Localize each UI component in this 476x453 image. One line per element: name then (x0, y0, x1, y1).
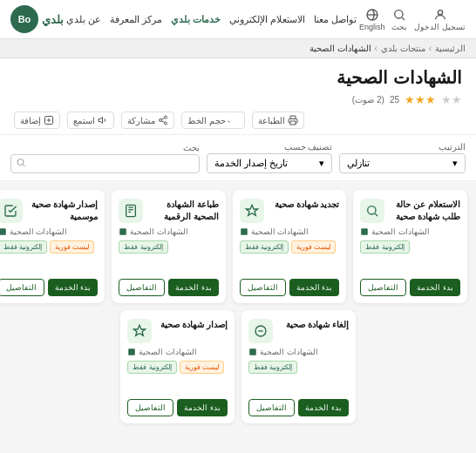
nav-logo[interactable]: بلدي Bo (10, 5, 64, 33)
nav-link-khadamat[interactable]: خدمات بلدي (171, 14, 221, 25)
nav-link-tawasol[interactable]: تواصل معنا (314, 14, 357, 25)
sort-group: الترتيب ▾ تنازلي (339, 142, 466, 173)
card-top-3: طباعة الشهادة الصحية الرقمية (119, 199, 219, 223)
service-card-5: إلغاء شهادة صحية الشهادات الصحية إلكترون… (241, 310, 356, 423)
svg-rect-26 (120, 228, 127, 235)
classify-label: تصنيف حسب (207, 142, 333, 152)
details-btn-6[interactable]: التفاصيل (127, 399, 173, 416)
svg-line-13 (161, 118, 164, 119)
rating-row: (2 صوت) 25 ★★★ ★★ (14, 93, 462, 106)
card-icon-3 (119, 199, 143, 223)
start-service-btn-3[interactable]: بدء الخدمة (168, 279, 219, 296)
start-service-btn-4[interactable]: بدء الخدمة (48, 279, 99, 296)
card-title-3: طباعة الشهادة الصحية الرقمية (146, 199, 219, 223)
card-top-1: الاستعلام عن حالة طلب شهادة صحية (360, 199, 460, 223)
page-header: الشهادات الصحية (2 صوت) 25 ★★★ ★★ إضافة … (0, 58, 476, 135)
badge-electronic-6: إلكترونية فقط (127, 361, 176, 374)
search-icon (16, 157, 26, 170)
classify-select[interactable]: ▾ تاريخ إصدار الخدمة (207, 153, 333, 173)
service-card-6: إصدار شهادة صحية الشهادات الصحية ليست فو… (120, 310, 235, 423)
badge-row-3: إلكترونية فقط (119, 240, 219, 254)
chevron-down-icon: ▾ (319, 158, 324, 169)
svg-line-19 (376, 213, 378, 216)
language-action[interactable]: English (359, 8, 385, 31)
nav-link-an[interactable]: عن بلدي (66, 14, 101, 25)
badge-electronic-4: إلكترونية فقط (0, 240, 47, 254)
listen-btn[interactable]: استمع (67, 112, 114, 129)
service-card-2: تجديد شهادة صحية الشهادات الصحية ليست فو… (233, 190, 347, 303)
bottom-cards-row: إلغاء شهادة صحية الشهادات الصحية إلكترون… (9, 310, 467, 423)
nav-links: تواصل معنا الاستعلام الإلكتروني خدمات بل… (64, 14, 359, 25)
font-size-btn[interactable]: A حجم الخط (181, 112, 245, 129)
badge-electronic-2: إلكترونية فقط (240, 240, 289, 254)
nav-link-maaref[interactable]: مركز المعرفة (110, 14, 162, 25)
page-title: الشهادات الصحية (14, 67, 462, 88)
badge-electronic-1: إلكترونية فقط (360, 240, 409, 254)
details-btn-1[interactable]: التفاصيل (360, 279, 406, 296)
badge-not-instant-4: ليست فورية (50, 240, 94, 254)
start-service-btn-6[interactable]: بدء الخدمة (177, 399, 228, 416)
svg-rect-22 (126, 205, 136, 216)
breadcrumb-sep1: › (429, 44, 432, 53)
card-icon-5 (248, 319, 273, 343)
svg-point-18 (368, 206, 376, 214)
start-service-btn-1[interactable]: بدء الخدمة (410, 279, 460, 296)
card-title-5: إلغاء شهادة صحية (276, 319, 349, 331)
card-title-6: إصدار شهادة صحية (155, 319, 228, 331)
svg-rect-15 (290, 121, 296, 125)
card-category-2: الشهادات الصحية (240, 227, 340, 236)
svg-line-12 (161, 121, 164, 123)
card-actions-1: بدء الخدمة التفاصيل (360, 279, 460, 296)
breadcrumb-home[interactable]: الرئيسية (435, 44, 466, 53)
details-btn-4[interactable]: التفاصيل (0, 279, 44, 296)
svg-line-2 (403, 17, 405, 20)
card-category-3: الشهادات الصحية (119, 227, 219, 236)
start-service-btn-5[interactable]: بدء الخدمة (298, 399, 349, 416)
classify-group: تصنيف حسب ▾ تاريخ إصدار الخدمة (207, 142, 333, 173)
cards-grid: الاستعلام عن حالة طلب شهادة صحية الشهادا… (9, 190, 467, 303)
badge-row-5: إلكترونية فقط (248, 361, 349, 374)
nav-actions: تسجيل الدخول بحث English (359, 8, 466, 31)
breadcrumb-current: الشهادات الصحية (309, 44, 371, 53)
card-icon-4 (0, 199, 23, 223)
card-actions-3: بدء الخدمة التفاصيل (119, 279, 219, 296)
card-actions-6: بدء الخدمة التفاصيل (127, 399, 228, 416)
nav-link-estelam[interactable]: الاستعلام الإلكتروني (229, 14, 305, 25)
details-btn-3[interactable]: التفاصيل (119, 279, 165, 296)
rating-actions: إضافة استمع مشاركة A حجم الخط الطباعة (14, 112, 462, 129)
badge-row-2: ليست فورية إلكترونية فقط (240, 240, 340, 254)
details-btn-5[interactable]: التفاصيل (248, 399, 295, 416)
start-service-btn-2[interactable]: بدء الخدمة (289, 279, 340, 296)
bottom-right: إصدار شهادة صحية الشهادات الصحية ليست فو… (9, 310, 235, 423)
svg-marker-8 (99, 118, 103, 124)
card-actions-5: بدء الخدمة التفاصيل (248, 399, 349, 416)
card-actions-2: بدء الخدمة التفاصيل (240, 279, 340, 296)
badge-row-6: ليست فورية إلكترونية فقط (127, 361, 228, 374)
breadcrumb-products[interactable]: منتجات بلدي (381, 44, 425, 53)
badge-not-instant-6: ليست فورية (180, 361, 224, 374)
svg-point-16 (17, 159, 24, 165)
print-btn[interactable]: الطباعة (252, 112, 304, 129)
share-btn[interactable]: مشاركة (121, 112, 174, 129)
top-navigation: تسجيل الدخول بحث English تواصل معنا الاس… (0, 0, 476, 39)
sort-select[interactable]: ▾ تنازلي (339, 153, 466, 173)
svg-point-0 (438, 10, 442, 14)
logo-circle: Bo (10, 5, 38, 33)
svg-rect-31 (129, 348, 136, 355)
service-card-4: إصدار شهادة صحية موسمية الشهادات الصحية … (0, 190, 105, 303)
svg-text:A: A (228, 118, 230, 124)
cards-section: الاستعلام عن حالة طلب شهادة صحية الشهادا… (0, 181, 476, 432)
svg-point-10 (160, 119, 162, 122)
card-icon-2 (240, 199, 264, 223)
add-to-favorites-btn[interactable]: إضافة (14, 112, 60, 129)
login-action[interactable]: تسجيل الدخول (414, 8, 466, 31)
card-actions-4: بدء الخدمة التفاصيل (0, 279, 98, 296)
search-input[interactable] (10, 154, 200, 173)
svg-line-17 (23, 164, 24, 166)
rating-label: (2 صوت) (352, 95, 384, 105)
svg-point-9 (165, 116, 167, 118)
badge-not-instant-2: ليست فورية (291, 240, 336, 254)
details-btn-2[interactable]: التفاصيل (240, 279, 286, 296)
svg-point-1 (395, 10, 403, 17)
search-action[interactable]: بحث (391, 8, 407, 31)
